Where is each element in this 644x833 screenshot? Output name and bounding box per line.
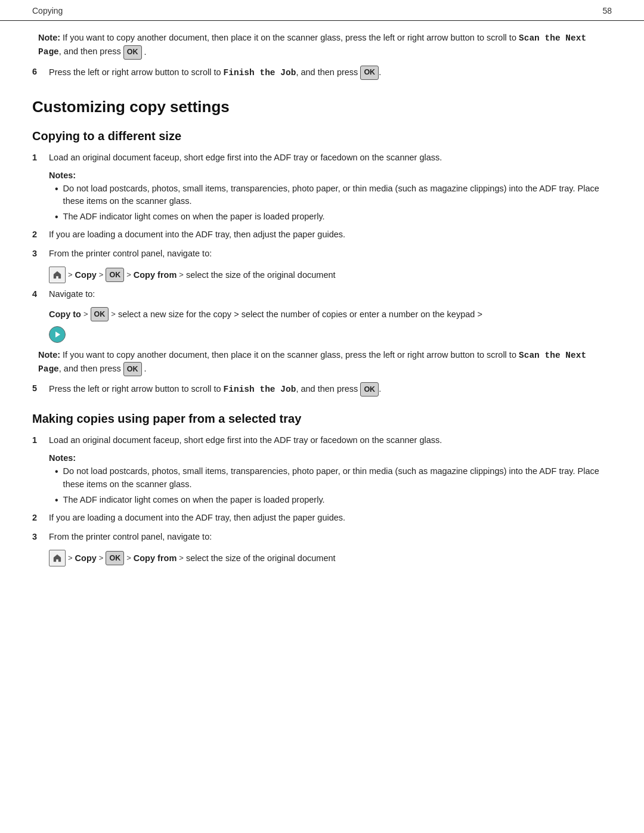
chevron-1: > [68,270,73,279]
start-btn-row [32,326,612,343]
sub2-step1-number: 1 [32,434,49,447]
sub2-bullet-2: The ADF indicator light comes on when th… [55,494,612,507]
page-wrapper: Copying 58 Note: If you want to copy ano… [0,0,644,595]
ok-button-step6[interactable]: OK [360,66,379,80]
ok-button-nav3[interactable]: OK [106,551,124,565]
sub2-step3-number: 3 [32,531,49,544]
section-title: Customizing copy settings [32,98,612,116]
sub1-step1-content: Load an original document faceup, short … [49,151,612,165]
sub1-step3-number: 3 [32,247,49,261]
sub2-step2-number: 2 [32,512,49,525]
ok-button-nav2[interactable]: OK [91,307,109,321]
chevron-8: > [99,553,104,562]
sub1-step2: 2 If you are loading a document into the… [32,228,612,241]
header-title: Copying [32,6,63,16]
top-note-text: Note: If you want to copy another docume… [38,32,612,60]
finish-job-label-5: Finish the Job [224,385,296,394]
sub2-step1: 1 Load an original document faceup, shor… [32,434,612,447]
sub1-note2-body: If you want to copy another document, th… [38,350,586,373]
step-6-content: Press the left or right arrow button to … [49,66,612,80]
step-6-number: 6 [32,66,49,80]
sub1-note2-text: Note: If you want to copy another docume… [38,349,612,377]
sub2-bullet-1: Do not load postcards, photos, small ite… [55,465,612,491]
nav1-end-text: select the size of the original document [186,270,336,280]
chevron-3: > [126,270,131,279]
sub1-bullet-2: The ADF indicator light comes on when th… [55,210,612,224]
chevron-10: > [179,553,184,562]
scan-next-page-label-2: Scan the Next Page [38,351,586,374]
ok-button-top[interactable]: OK [123,45,142,60]
sub2-notes-label: Notes: [49,453,612,463]
chevron-9: > [126,553,131,562]
sub1-step2-content: If you are loading a document into the A… [49,228,612,241]
sub2-step2-content: If you are loading a document into the A… [49,512,612,525]
sub2-notes-block: Notes: Do not load postcards, photos, sm… [32,453,612,507]
note-label-2: Note: [38,350,60,360]
sub1-note2-block: Note: If you want to copy another docume… [32,349,612,377]
sub1-bullet-list: Do not load postcards, photos, small ite… [49,182,612,224]
page-header: Copying 58 [0,0,644,21]
sub1-notes-label: Notes: [49,171,612,180]
note-label: Note: [38,33,60,42]
ok-button-nav1[interactable]: OK [106,268,124,282]
copy-label-1: Copy [75,270,97,280]
nav2-end-text: select a new size for the copy > select … [118,309,482,319]
top-note-body: If you want to copy another document, th… [38,33,586,56]
subsection2-title: Making copies using paper from a selecte… [32,412,612,426]
chevron-6: > [111,309,116,318]
chevron-4: > [179,270,184,279]
sub1-step4-content: Navigate to: [49,288,612,301]
sub2-step2: 2 If you are loading a document into the… [32,512,612,525]
sub2-bullet-list: Do not load postcards, photos, small ite… [49,465,612,507]
sub1-step3-content: From the printer control panel, navigate… [49,247,612,261]
sub1-step3: 3 From the printer control panel, naviga… [32,247,612,261]
sub2-step1-content: Load an original document faceup, short … [49,434,612,447]
top-note-block: Note: If you want to copy another docume… [32,32,612,60]
sub1-nav2: Copy to > OK > select a new size for the… [32,307,612,321]
page-content: Note: If you want to copy another docume… [0,32,644,595]
finish-job-label-6: Finish the Job [224,67,296,77]
step-6: 6 Press the left or right arrow button t… [32,66,612,80]
sub1-notes-block: Notes: Do not load postcards, photos, sm… [32,171,612,224]
svg-marker-0 [55,332,60,337]
sub1-step5-content: Press the left or right arrow button to … [49,382,612,397]
chevron-5: > [83,309,88,318]
chevron-2: > [99,270,104,279]
copy-from-label-1: Copy from [134,270,177,280]
chevron-7: > [68,553,73,562]
subsection1-title: Copying to a different size [32,129,612,143]
sub1-step5: 5 Press the left or right arrow button t… [32,382,612,397]
sub2-nav1: > Copy > OK > Copy from > select the siz… [32,550,612,566]
start-icon [49,326,66,343]
sub1-step1-number: 1 [32,151,49,165]
sub1-note2-end: . [144,364,147,373]
ok-button-step5[interactable]: OK [360,382,379,397]
ok-button-note2[interactable]: OK [123,362,142,376]
sub1-step4-number: 4 [32,288,49,301]
home-icon-2 [49,550,66,566]
home-icon-1 [49,267,66,283]
sub1-step5-number: 5 [32,382,49,397]
sub1-step4: 4 Navigate to: [32,288,612,301]
top-note-end: . [144,47,147,56]
sub2-step3: 3 From the printer control panel, naviga… [32,531,612,544]
sub1-nav1: > Copy > OK > Copy from > select the siz… [32,267,612,283]
sub1-step2-number: 2 [32,228,49,241]
copy-label-2: Copy [75,553,97,563]
scan-next-page-label: Scan the Next Page [38,33,586,57]
nav3-end-text: select the size of the original document [186,553,336,563]
copy-to-label: Copy to [49,309,81,319]
sub1-bullet-1: Do not load postcards, photos, small ite… [55,182,612,209]
copy-from-label-2: Copy from [134,553,177,563]
sub2-step3-content: From the printer control panel, navigate… [49,531,612,544]
header-page-number: 58 [602,6,612,16]
sub1-step1: 1 Load an original document faceup, shor… [32,151,612,165]
